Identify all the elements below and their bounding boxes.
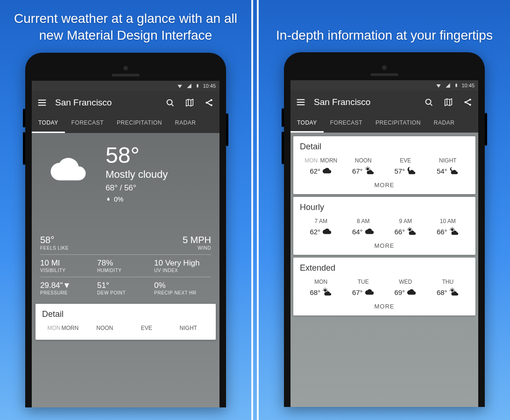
- current-condition: Mostly cloudy: [106, 168, 168, 181]
- status-bar: 10:45: [290, 80, 478, 91]
- tab-bar: TODAY FORECAST PRECIPITATION RADAR: [32, 114, 220, 133]
- stat-humidity: 78%HUMIDITY: [97, 259, 154, 273]
- hourly-card[interactable]: Hourly 7 AM62°8 AM64°9 AM66°10 AM66° MOR…: [293, 197, 475, 255]
- partly-icon: [449, 226, 459, 237]
- stat-feels-like: 58°FEELS LIKE: [40, 235, 126, 251]
- forecast-col: EVE57°: [384, 157, 427, 176]
- phone-frame-left: 10:45 San Francisco TODAY FORECAST PRECI…: [25, 53, 226, 407]
- tab-radar[interactable]: RADAR: [169, 114, 203, 133]
- menu-icon: [296, 97, 306, 107]
- menu-button[interactable]: [35, 96, 49, 109]
- more-button[interactable]: MORE: [300, 303, 469, 310]
- more-button[interactable]: MORE: [300, 242, 469, 249]
- extended-card[interactable]: Extended MON68°TUE67°WED69°THU68° MORE: [293, 258, 475, 315]
- share-icon: [463, 97, 473, 107]
- stat-precip-next-hr: 0%PRECIP NEXT HR: [154, 281, 211, 295]
- caption-right: In-depth information at your fingertips: [262, 0, 507, 49]
- forecast-col: 10 AM66°: [427, 218, 469, 237]
- stat-dewpoint: 51°DEW POINT: [97, 281, 154, 295]
- cards-scroll[interactable]: Detail MON MORN62°NOON67°EVE57°NIGHT54° …: [290, 133, 478, 407]
- app-bar: San Francisco: [290, 91, 478, 114]
- forecast-col: NOON67°: [342, 157, 385, 176]
- signal-icon: [445, 82, 451, 89]
- card-title: Extended: [300, 263, 469, 273]
- caption-left: Current weather at a glance with an all …: [0, 0, 251, 49]
- forecast-col: WED69°: [384, 279, 427, 297]
- location-title[interactable]: San Francisco: [55, 98, 157, 108]
- card-title: Detail: [42, 309, 209, 319]
- search-icon: [424, 97, 434, 107]
- share-button[interactable]: [203, 96, 216, 109]
- cloud-icon: [406, 287, 417, 297]
- battery-icon: [454, 82, 459, 89]
- partly-icon: [406, 226, 417, 237]
- tab-today[interactable]: TODAY: [32, 114, 65, 133]
- map-icon: [443, 97, 453, 107]
- tab-forecast[interactable]: FORECAST: [324, 114, 369, 133]
- status-bar: 10:45: [32, 81, 220, 91]
- signal-icon: [186, 83, 192, 89]
- forecast-col: 8 AM64°: [342, 218, 385, 237]
- search-button[interactable]: [163, 96, 177, 109]
- forecast-col: NIGHT54°: [427, 157, 469, 176]
- card-title: Hourly: [300, 203, 469, 212]
- stat-uv: 10 Very HighUV INDEX: [154, 259, 211, 273]
- forecast-col: 7 AM62°: [300, 218, 342, 237]
- cloud-icon: [364, 226, 375, 237]
- share-button[interactable]: [461, 96, 475, 109]
- status-time: 10:45: [203, 83, 216, 89]
- tab-precipitation[interactable]: PRECIPITATION: [369, 114, 427, 133]
- menu-button[interactable]: [294, 96, 307, 109]
- status-time: 10:45: [461, 83, 475, 88]
- location-title[interactable]: San Francisco: [314, 97, 416, 107]
- partly-icon: [322, 287, 332, 297]
- tab-forecast[interactable]: FORECAST: [65, 114, 110, 133]
- night-cloud-icon: [449, 166, 459, 176]
- tab-precipitation[interactable]: PRECIPITATION: [110, 114, 169, 133]
- cloud-icon: [364, 287, 375, 297]
- search-button[interactable]: [422, 96, 435, 109]
- app-bar: San Francisco: [32, 91, 220, 114]
- night-partly-icon: [406, 166, 417, 176]
- temp-range: 68° / 56°: [106, 183, 168, 193]
- current-weather-hero: 58° Mostly cloudy 68° / 56° 0% 58°FEELS …: [32, 133, 220, 407]
- detail-card[interactable]: Detail MON MORN62°NOON67°EVE57°NIGHT54° …: [293, 136, 475, 194]
- search-icon: [165, 98, 175, 108]
- weather-icon: [40, 144, 96, 191]
- tab-radar[interactable]: RADAR: [427, 114, 461, 133]
- map-icon: [184, 98, 195, 108]
- forecast-col: 9 AM66°: [384, 218, 427, 237]
- partly-icon: [449, 287, 459, 297]
- card-title: Detail: [300, 142, 469, 152]
- precip-value: 0%: [114, 196, 123, 203]
- detail-card-peek[interactable]: Detail MONMORN NOON EVE NIGHT: [35, 304, 216, 340]
- phone-frame-right: 10:45 San Francisco TODAY FORECAST PRECI…: [284, 52, 485, 407]
- drop-icon: [106, 196, 111, 202]
- map-button[interactable]: [442, 96, 455, 109]
- map-button[interactable]: [183, 96, 196, 109]
- stat-wind: 5 MPHWIND: [126, 235, 211, 251]
- wifi-icon: [435, 82, 442, 89]
- battery-icon: [195, 83, 200, 89]
- cloud-icon: [322, 166, 332, 176]
- current-temp: 58°: [106, 144, 168, 167]
- forecast-col: MON MORN62°: [300, 157, 342, 176]
- wifi-icon: [177, 83, 183, 89]
- forecast-col: THU68°: [427, 279, 469, 297]
- share-icon: [204, 98, 214, 108]
- cloud-icon: [322, 226, 332, 237]
- menu-icon: [37, 98, 47, 108]
- more-button[interactable]: MORE: [300, 182, 469, 189]
- stat-visibility: 10 MIVISIBILITY: [40, 259, 97, 273]
- forecast-col: MON68°: [300, 279, 342, 297]
- precip-chance: 0%: [106, 196, 168, 203]
- stat-pressure: 29.84"▼PRESSURE: [40, 281, 97, 295]
- tab-bar: TODAY FORECAST PRECIPITATION RADAR: [290, 114, 478, 133]
- forecast-col: TUE67°: [342, 279, 385, 297]
- tab-today[interactable]: TODAY: [290, 114, 324, 133]
- partly-icon: [364, 166, 375, 176]
